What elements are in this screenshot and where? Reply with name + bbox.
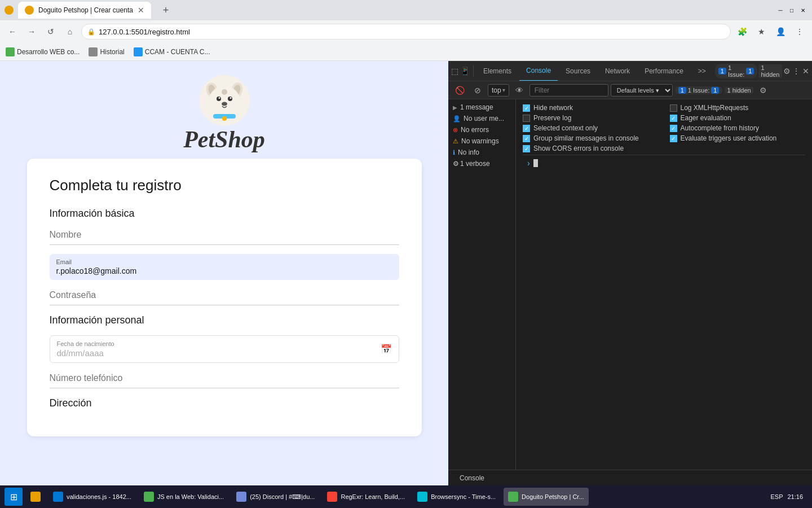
maximize-button[interactable]: □ — [787, 6, 796, 15]
setting-selected-context[interactable]: ✓ Selected context only — [523, 124, 659, 132]
tab-performance[interactable]: Performance — [638, 61, 690, 81]
taskbar-regex[interactable]: RegExr: Learn, Build,... — [323, 488, 409, 506]
taskbar-discord[interactable]: (25) Discord | #⌨|du... — [232, 488, 319, 506]
log-xml-checkbox[interactable] — [670, 104, 677, 112]
selected-context-checkbox[interactable]: ✓ — [523, 125, 530, 132]
errors-label: No errors — [461, 126, 489, 134]
taskbar-icon-petshop — [508, 492, 518, 502]
new-tab-button[interactable]: + — [158, 2, 174, 18]
console-bottom-tab[interactable]: Console — [453, 474, 491, 482]
extensions-button[interactable]: 🧩 — [734, 24, 750, 40]
setting-autocomplete[interactable]: ✓ Autocomplete from history — [670, 124, 806, 132]
setting-group-similar[interactable]: ✓ Group similar messages in console — [523, 134, 659, 142]
telefono-input[interactable] — [50, 372, 399, 384]
hide-network-label: Hide network — [533, 104, 573, 112]
context-dropdown[interactable]: top ▾ — [488, 84, 509, 97]
start-button[interactable]: ⊞ — [5, 488, 23, 506]
taskbar-browsersync[interactable]: Browsersync - Time-s... — [413, 488, 500, 506]
taskbar-chrome-ext[interactable]: JS en la Web: Validaci... — [139, 488, 228, 506]
devtools-toolbar: ⬚ 📱 Elements Console Sources Network Per… — [448, 61, 812, 81]
tab-console[interactable]: Console — [519, 61, 558, 81]
close-button[interactable]: ✕ — [798, 6, 807, 15]
hidden-badge[interactable]: 1 hidden — [758, 64, 782, 78]
group-similar-label: Group similar messages in console — [533, 134, 639, 142]
levels-dropdown[interactable]: Default levels ▾ — [611, 84, 673, 97]
show-cors-checkbox[interactable]: ✓ — [523, 145, 530, 152]
taskbar-petshop[interactable]: Doguito Petshop | Cr... — [504, 488, 588, 506]
console-clear-button[interactable]: 🚫 — [452, 82, 467, 98]
bookmark-favicon-historial — [89, 47, 98, 56]
bookmark-button[interactable]: ★ — [753, 24, 769, 40]
console-prompt-area[interactable]: › — [523, 155, 805, 170]
minimize-button[interactable]: ─ — [776, 6, 785, 15]
setting-log-xml[interactable]: Log XMLHttpRequests — [670, 104, 806, 112]
toolbar-separator-1 — [473, 65, 474, 77]
setting-eval-triggers[interactable]: ✓ Evaluate triggers user activation — [670, 134, 806, 142]
tab-close-button[interactable]: ✕ — [138, 6, 144, 15]
devtools-device-button[interactable]: 📱 — [460, 63, 470, 79]
taskbar-file-explorer[interactable] — [26, 488, 45, 506]
prompt-arrow-icon: › — [527, 159, 530, 168]
taskbar-lang: ESP — [770, 493, 783, 500]
bookmark-desarrollo[interactable]: Desarrollo WEB co... — [6, 47, 80, 56]
tab-network[interactable]: Network — [598, 61, 637, 81]
bookmark-ccam[interactable]: CCAM - CUENTA C... — [134, 47, 210, 56]
autocomplete-checkbox[interactable]: ✓ — [670, 125, 677, 132]
setting-preserve-log[interactable]: Preserve log — [523, 114, 659, 122]
sidebar-errors[interactable]: ⊗ No errors — [448, 124, 515, 135]
address-bar[interactable]: 🔒 127.0.0.1:5501/registro.html — [81, 24, 731, 40]
taskbar-icon-vscode — [53, 492, 63, 502]
context-dropdown-arrow: ▾ — [502, 87, 505, 93]
active-tab[interactable]: Doguito Petshop | Crear cuenta ✕ — [18, 2, 151, 19]
fecha-field-group[interactable]: Fecha de nacimiento dd/mm/aaaa 📅 — [50, 335, 399, 363]
window-controls[interactable] — [5, 6, 14, 15]
tab-more[interactable]: >> — [691, 61, 713, 81]
svg-point-9 — [230, 97, 231, 99]
email-value: r.polaco18@gmail.com — [56, 266, 392, 275]
nombre-field-group — [50, 229, 399, 245]
eager-eval-checkbox[interactable]: ✓ — [670, 115, 677, 122]
contrasena-input[interactable] — [50, 289, 399, 301]
taskbar-icon-discord — [236, 492, 246, 502]
devtools-settings-button[interactable]: ⚙ — [783, 63, 792, 79]
taskbar-vscode[interactable]: validaciones.js - 1842... — [48, 488, 136, 506]
preserve-log-checkbox[interactable] — [523, 115, 530, 122]
tab-elements[interactable]: Elements — [476, 61, 518, 81]
setting-eager-eval[interactable]: ✓ Eager evaluation — [670, 114, 806, 122]
email-field-group[interactable]: Email r.polaco18@gmail.com — [50, 254, 399, 280]
profile-button[interactable]: 👤 — [773, 24, 788, 40]
group-similar-checkbox[interactable]: ✓ — [523, 135, 530, 142]
gear-small-icon: ⚙ — [453, 160, 457, 168]
nombre-input[interactable] — [50, 229, 399, 241]
sidebar-verbose[interactable]: ⚙ 1 verbose — [448, 158, 515, 169]
console-eye-button[interactable]: 👁 — [511, 82, 527, 98]
console-settings-button[interactable]: ⚙ — [756, 82, 771, 98]
tab-sources[interactable]: Sources — [559, 61, 597, 81]
menu-button[interactable]: ⋮ — [792, 24, 807, 40]
bookmark-historial[interactable]: Historial — [89, 47, 124, 56]
eval-triggers-checkbox[interactable]: ✓ — [670, 135, 677, 142]
forward-button[interactable]: → — [24, 24, 39, 40]
bookmark-favicon-desarrollo — [6, 47, 15, 56]
context-dropdown-label: top — [492, 86, 501, 94]
setting-hide-network[interactable]: ✓ Hide network — [523, 104, 659, 112]
back-button[interactable]: ← — [5, 24, 20, 40]
issues-badge[interactable]: 1 1 Issue: 1 — [715, 64, 758, 78]
devtools-inspect-button[interactable]: ⬚ — [451, 63, 459, 79]
sidebar-messages[interactable]: ▶ 1 message — [448, 102, 515, 113]
user-label: No user me... — [464, 115, 504, 122]
sidebar-warnings[interactable]: ⚠ No warnings — [448, 135, 515, 147]
sidebar-user[interactable]: 👤 No user me... — [448, 113, 515, 124]
taskbar: ⊞ validaciones.js - 1842... JS en la Web… — [0, 485, 812, 508]
console-filter-input[interactable] — [529, 84, 608, 97]
hide-network-checkbox[interactable]: ✓ — [523, 104, 530, 112]
reload-button[interactable]: ↺ — [43, 24, 59, 40]
devtools-more-button[interactable]: ⋮ — [792, 63, 801, 79]
sidebar-info[interactable]: ℹ No info — [448, 147, 515, 158]
console-issues-badge[interactable]: 1 1 Issue: 1 — [675, 86, 723, 94]
devtools-close-button[interactable]: ✕ — [802, 63, 810, 79]
home-button[interactable]: ⌂ — [62, 24, 78, 40]
setting-show-cors[interactable]: ✓ Show CORS errors in console — [523, 144, 659, 152]
console-filter-icon[interactable]: ⊘ — [470, 82, 486, 98]
console-hidden-badge[interactable]: 1 hidden — [725, 87, 753, 94]
